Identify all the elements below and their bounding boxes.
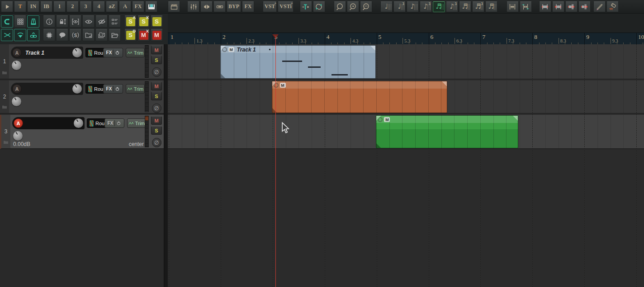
mixer-button[interactable] (187, 1, 199, 12)
input-block-button[interactable]: IB (40, 1, 52, 12)
monitor-button[interactable] (200, 1, 213, 12)
item-grouping-button[interactable] (27, 29, 39, 41)
mode-4-button[interactable]: 4 (93, 1, 105, 12)
solo-button[interactable]: S (151, 56, 162, 64)
stretch-items-button[interactable] (520, 1, 532, 12)
fx-chain-button[interactable]: FX (242, 1, 254, 12)
item-info-button[interactable] (43, 15, 55, 28)
lock-track-heights-button[interactable] (56, 15, 68, 28)
solo-in-front-button[interactable]: S (69, 29, 81, 41)
project-notes-button[interactable] (56, 29, 68, 41)
media-explorer-button[interactable] (168, 1, 180, 12)
fx-button[interactable]: FX (104, 118, 124, 128)
track-panel-2[interactable]: 2ARouteFXTrimMS∅ (0, 80, 164, 114)
fit-items-button[interactable] (507, 1, 519, 12)
item-corner-handle[interactable] (376, 143, 381, 148)
panel-divider[interactable] (164, 44, 168, 287)
item-corner-handle[interactable] (272, 108, 277, 113)
grid-thirtysecond-button[interactable]: ♬ (485, 1, 497, 12)
media-item-track3[interactable]: M (376, 115, 518, 148)
item-corner-handle[interactable] (221, 74, 225, 78)
input-mode-button[interactable]: IN (27, 1, 39, 12)
unmute-all-button[interactable]: MX (137, 29, 150, 41)
fade-out-handle[interactable] (370, 46, 375, 51)
trim-envelope-button[interactable]: Trim (126, 48, 145, 57)
track-mode-button[interactable]: T (14, 1, 26, 12)
folders-collapse-button[interactable] (95, 29, 108, 41)
auto-button[interactable]: A (119, 1, 131, 12)
show-all-tracks-button[interactable] (69, 15, 81, 28)
pan-knob[interactable] (12, 61, 21, 70)
add-vsti-button[interactable]: VSTi+ (278, 1, 293, 12)
track-name-field[interactable]: A (12, 117, 85, 129)
record-arm-button[interactable]: A (12, 84, 22, 94)
slip-edit-button[interactable] (578, 1, 591, 12)
track-manager-button[interactable] (109, 15, 121, 28)
phase-invert-button[interactable]: ∅ (152, 67, 161, 77)
arrange-view[interactable]: MTrack 1MM (168, 44, 644, 287)
fade-out-handle[interactable] (513, 116, 518, 121)
mode-3-button[interactable]: 3 (80, 1, 92, 12)
mute-button[interactable]: M (151, 46, 162, 54)
plugin-info-button[interactable] (43, 29, 55, 41)
trim-envelope-button[interactable]: Trim (126, 84, 145, 94)
timeline-ruler[interactable]: 11.322.333.344.355.366.377.388.399.310 (168, 33, 644, 44)
grid-eighth-button[interactable]: ♪ (407, 1, 419, 12)
insert-marker-button[interactable] (300, 1, 312, 12)
io-routing-button[interactable] (213, 1, 226, 12)
hide-tracks-button[interactable] (95, 15, 108, 28)
pan-knob[interactable] (12, 97, 21, 106)
edit-cursor-playhead[interactable] (275, 44, 276, 287)
show-tracks-button[interactable] (82, 15, 95, 28)
volume-knob[interactable] (72, 84, 82, 94)
track-panel-1[interactable]: 1ATrack 1RouteFXTrimMS∅ (0, 44, 164, 80)
folder-collapse-button[interactable] (82, 29, 95, 41)
trim-left-button[interactable] (539, 1, 551, 12)
grid-eighth-triplet-button[interactable]: ♪3 (420, 1, 432, 12)
media-item-track2[interactable]: M (272, 81, 447, 113)
phase-invert-button[interactable]: ∅ (152, 138, 161, 147)
fade-in-handle[interactable] (272, 81, 277, 86)
mode-2-button[interactable]: 2 (66, 1, 79, 12)
solo-button[interactable]: S (151, 126, 162, 135)
fade-out-handle[interactable] (442, 81, 447, 86)
track-name[interactable]: Track 1 (25, 50, 72, 56)
unsolo-all-button[interactable]: SX (137, 15, 150, 28)
item-mute-badge[interactable]: M (280, 83, 286, 88)
autozoom-button[interactable]: aZ (106, 1, 118, 12)
track-name-field[interactable]: A (11, 83, 83, 95)
grid-eighth-triplet-2-button[interactable]: ♪3 (446, 1, 458, 12)
grid-toggle-button[interactable] (14, 15, 26, 28)
mute-button[interactable]: M (151, 116, 162, 125)
item-mute-badge[interactable]: M (228, 47, 234, 52)
eraser-tool-button[interactable] (606, 1, 619, 12)
grid-sixteenth-2-button[interactable]: ♬ (459, 1, 471, 12)
solo-defeat-button[interactable]: SD (124, 29, 137, 41)
record-arm-button[interactable]: A (14, 118, 23, 128)
zoom-grid-button[interactable] (360, 1, 372, 12)
grid-sixteenth-button[interactable]: ♬ (433, 1, 445, 12)
pan-knob[interactable] (13, 131, 23, 141)
add-vst-button[interactable]: VST+ (263, 1, 277, 12)
mute-button[interactable]: M (151, 82, 162, 90)
crossfade-toggle-button[interactable] (1, 29, 13, 41)
grid-quarter-button[interactable]: ♩ (380, 1, 393, 12)
record-arm-button[interactable]: A (12, 48, 22, 57)
item-mute-badge[interactable]: M (384, 117, 390, 122)
trim-right-button[interactable] (565, 1, 578, 12)
track-name-field[interactable]: ATrack 1 (11, 47, 83, 59)
solo-all-button[interactable]: SA (124, 15, 137, 28)
metronome-button[interactable] (27, 15, 39, 28)
midi-item-track1[interactable]: MTrack 1 (220, 45, 376, 79)
track-panel-3[interactable]: 3ARouteFXTrimMS∅0.00dBcenter (0, 115, 164, 149)
folder-open-button[interactable] (109, 29, 121, 41)
zoom-tool-button[interactable] (334, 1, 346, 12)
loop-toggle-button[interactable] (313, 1, 325, 12)
pencil-tool-button[interactable] (593, 1, 606, 12)
bypass-button[interactable]: BYP (227, 1, 241, 12)
envelope-visibility-button[interactable] (14, 29, 26, 41)
volume-knob[interactable] (72, 48, 82, 57)
mode-1-button[interactable]: 1 (53, 1, 66, 12)
fx-mode-button[interactable]: FX (132, 1, 144, 12)
grid-sixteenth-triplet-button[interactable]: ♬3 (472, 1, 484, 12)
